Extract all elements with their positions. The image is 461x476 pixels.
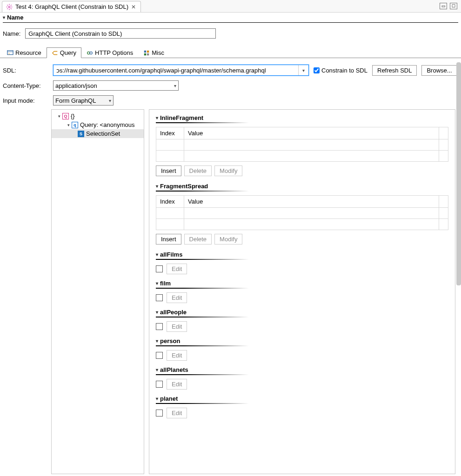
- insert-button[interactable]: Insert: [156, 165, 181, 176]
- query-node-icon: q: [72, 122, 78, 128]
- browse-button[interactable]: Browse...: [421, 65, 457, 76]
- query-icon: [52, 50, 58, 56]
- sdl-combobox[interactable]: ▾: [53, 65, 309, 76]
- edit-button: Edit: [167, 350, 187, 361]
- column-spacer: [439, 127, 448, 139]
- chevron-down-icon: ▾: [156, 338, 158, 344]
- tree-root[interactable]: ▾ Q {}: [52, 112, 144, 120]
- field-person-checkbox[interactable]: [156, 352, 163, 359]
- svg-rect-15: [144, 53, 146, 55]
- tab-query[interactable]: Query: [47, 47, 81, 58]
- tab-misc-label: Misc: [152, 49, 164, 56]
- field-allFilms-checkbox[interactable]: [156, 265, 163, 272]
- tab-http-options[interactable]: HTTP Options: [81, 47, 138, 58]
- fragmentspread-header[interactable]: ▾ FragmentSpread: [156, 183, 448, 190]
- refresh-sdl-button[interactable]: Refresh SDL: [372, 65, 417, 76]
- delete-button: Delete: [184, 165, 212, 176]
- tree-query-node[interactable]: ▾ q Query: <anonymous: [52, 120, 144, 129]
- tab-http-label: HTTP Options: [95, 49, 133, 56]
- tab-resource[interactable]: Resource: [2, 47, 47, 58]
- column-index: Index: [156, 196, 184, 208]
- tab-bar: Resource Query HTTP Options Misc: [0, 47, 461, 58]
- svg-rect-9: [7, 50, 13, 54]
- chevron-down-icon: ▾: [156, 281, 158, 286]
- constrain-checkbox-input[interactable]: [314, 67, 320, 73]
- insert-button[interactable]: Insert: [156, 234, 181, 245]
- column-spacer: [439, 196, 448, 208]
- delete-button: Delete: [184, 234, 212, 245]
- document-node-icon: Q: [62, 113, 69, 119]
- chevron-down-icon: ▾: [58, 114, 60, 119]
- input-mode-combobox[interactable]: Form GraphQL ▾: [53, 95, 114, 106]
- edit-button: Edit: [167, 408, 187, 418]
- editor-tab-title: Test 4: GraphQL Client (Constrain to SDL…: [15, 3, 128, 10]
- misc-icon: [143, 50, 150, 56]
- resource-icon: [7, 50, 13, 56]
- svg-line-7: [7, 8, 8, 9]
- chevron-down-icon: ▾: [109, 98, 111, 103]
- chevron-down-icon: ▾: [67, 123, 70, 127]
- fragmentspread-title: FragmentSpread: [160, 183, 208, 190]
- column-value: Value: [184, 127, 439, 139]
- chevron-down-icon: ▾: [156, 184, 158, 189]
- chevron-down-icon: ▾: [174, 83, 176, 88]
- selectionset-detail-panel: ▾ InlineFragment Index Value Insert Dele…: [149, 109, 455, 474]
- field-planet-checkbox[interactable]: [156, 410, 163, 416]
- inlinefragment-header[interactable]: ▾ InlineFragment: [156, 114, 448, 121]
- field-title: allFilms: [160, 251, 182, 258]
- name-heading: Name: [7, 14, 23, 21]
- minimize-button[interactable]: ▭: [440, 3, 447, 9]
- chevron-down-icon: ▾: [156, 367, 158, 372]
- field-allPeople-header[interactable]: ▾allPeople: [156, 309, 448, 316]
- sdl-input[interactable]: [53, 65, 298, 75]
- scrollbar[interactable]: [456, 62, 461, 285]
- close-icon[interactable]: ✕: [131, 4, 136, 10]
- edit-button: Edit: [167, 379, 187, 390]
- name-input[interactable]: [25, 28, 216, 39]
- name-section-header[interactable]: ▾ Name: [0, 13, 461, 22]
- svg-point-11: [87, 52, 90, 54]
- column-index: Index: [156, 127, 184, 139]
- table-row[interactable]: [156, 219, 448, 230]
- svg-rect-14: [147, 50, 149, 52]
- content-type-combobox[interactable]: application/json ▾: [53, 80, 179, 91]
- query-tree[interactable]: ▾ Q {} ▾ q Query: <anonymous S Selection…: [51, 109, 144, 474]
- field-planet-header[interactable]: ▾planet: [156, 395, 448, 402]
- field-person-header[interactable]: ▾person: [156, 337, 448, 344]
- svg-rect-16: [147, 53, 149, 55]
- svg-point-12: [90, 52, 92, 54]
- constrain-label: Constrain to SDL: [321, 67, 367, 74]
- field-film-header[interactable]: ▾film: [156, 280, 448, 287]
- chevron-down-icon: ▾: [156, 310, 158, 315]
- table-row[interactable]: [156, 151, 448, 162]
- constrain-to-sdl-checkbox[interactable]: Constrain to SDL: [314, 67, 367, 74]
- fragmentspread-table[interactable]: Index Value: [156, 195, 448, 230]
- edit-button: Edit: [167, 264, 187, 274]
- field-film-checkbox[interactable]: [156, 294, 163, 301]
- table-row[interactable]: [156, 208, 448, 219]
- gear-icon: [6, 4, 13, 10]
- svg-line-6: [11, 8, 12, 9]
- table-row[interactable]: [156, 139, 448, 151]
- name-label: Name:: [3, 30, 20, 37]
- tree-selectionset-node[interactable]: S SelectionSet: [52, 129, 144, 138]
- sdl-label: SDL:: [3, 67, 53, 74]
- selectionset-node-icon: S: [78, 131, 84, 137]
- field-allPlanets-header[interactable]: ▾allPlanets: [156, 366, 448, 373]
- modify-button: Modify: [214, 234, 242, 245]
- input-mode-value: Form GraphQL: [55, 97, 96, 104]
- chevron-down-icon: ▾: [156, 396, 158, 401]
- inlinefragment-table[interactable]: Index Value: [156, 127, 448, 162]
- svg-rect-13: [144, 50, 146, 52]
- field-allPeople-checkbox[interactable]: [156, 323, 163, 330]
- editor-tab-bar: Test 4: GraphQL Client (Constrain to SDL…: [0, 0, 461, 13]
- maximize-button[interactable]: ☐: [450, 3, 457, 9]
- chevron-down-icon: ▾: [3, 15, 5, 20]
- chevron-down-icon[interactable]: ▾: [298, 65, 308, 75]
- editor-tab-active[interactable]: Test 4: GraphQL Client (Constrain to SDL…: [2, 1, 141, 12]
- tab-misc[interactable]: Misc: [138, 47, 169, 58]
- edit-button: Edit: [167, 321, 187, 332]
- edit-button: Edit: [167, 292, 187, 303]
- field-allFilms-header[interactable]: ▾allFilms: [156, 251, 448, 258]
- field-allPlanets-checkbox[interactable]: [156, 381, 163, 388]
